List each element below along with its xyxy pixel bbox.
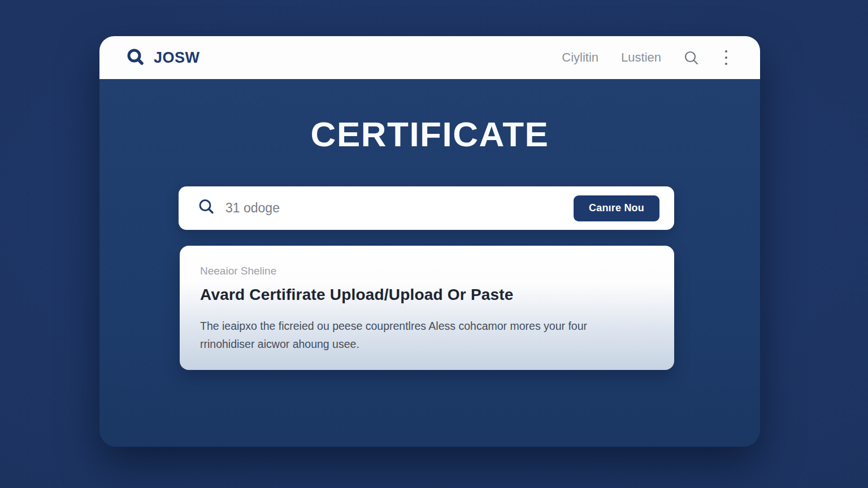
panel-body: CERTIFICATE Canıre Nou Neeaior Sheline A… bbox=[99, 79, 760, 447]
main-panel: JOSW Ciylitin Lustien CERTIFICATE bbox=[99, 36, 760, 447]
capture-now-button[interactable]: Canıre Nou bbox=[574, 195, 659, 221]
page-title: CERTIFICATE bbox=[99, 114, 760, 154]
card-description: The ieaipxo the ficreied ou peese coupre… bbox=[200, 317, 628, 353]
brand-name: JOSW bbox=[154, 49, 200, 67]
card-eyebrow: Neeaior Sheline bbox=[200, 265, 640, 277]
certificate-info-card: Neeaior Sheline Avard Certifirate Upload… bbox=[180, 246, 674, 370]
search-icon[interactable] bbox=[684, 50, 699, 66]
search-bar: Canıre Nou bbox=[179, 186, 674, 230]
top-navbar: JOSW Ciylitin Lustien bbox=[99, 36, 760, 79]
header-right: Ciylitin Lustien bbox=[562, 48, 731, 67]
search-input[interactable] bbox=[225, 201, 574, 216]
nav-item-ciylitin[interactable]: Ciylitin bbox=[562, 50, 598, 65]
magnifier-logo-icon bbox=[125, 47, 146, 68]
page-background: JOSW Ciylitin Lustien CERTIFICATE bbox=[0, 0, 868, 488]
card-title: Avard Certifirate Upload/Upload Or Paste bbox=[200, 286, 640, 304]
kebab-menu-icon[interactable] bbox=[722, 48, 731, 67]
nav-item-lustien[interactable]: Lustien bbox=[621, 50, 661, 65]
search-icon bbox=[198, 198, 225, 218]
brand-logo[interactable]: JOSW bbox=[125, 47, 200, 68]
